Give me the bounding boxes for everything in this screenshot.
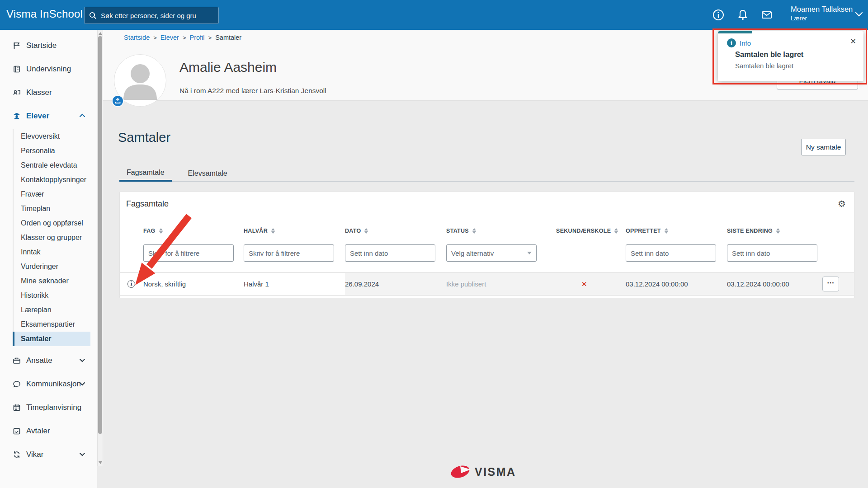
breadcrumb-separator: > <box>183 34 186 41</box>
sidebar-subitem-klasser-og-grupper[interactable]: Klasser og grupper <box>14 230 91 245</box>
chevron-down-icon <box>79 452 85 456</box>
sort-icon[interactable] <box>159 228 163 234</box>
table-settings-gear-icon[interactable]: ⚙ <box>838 199 846 208</box>
sidebar-item-label: Vikar <box>26 450 43 459</box>
tab-elevsamtale[interactable]: Elevsamtale <box>181 165 235 182</box>
sidebar-subitem-fravaer[interactable]: Fravær <box>14 187 91 202</box>
sidebar-item-timeplanvisning[interactable]: Timeplanvisning <box>0 400 97 415</box>
sidebar-item-label: Startside <box>26 41 57 50</box>
global-search-input[interactable]: Søk etter personer, sider og gru <box>84 7 219 24</box>
toast-accent-bar <box>718 31 752 33</box>
toast-type-label: Info <box>740 39 751 47</box>
breadcrumb-separator: > <box>153 34 157 41</box>
sidebar-subitem-sentrale-elevdata[interactable]: Sentrale elevdata <box>14 158 91 173</box>
filter-siste-endring-input[interactable] <box>727 244 817 262</box>
sidebar-subitem-orden-og-oppforsel[interactable]: Orden og oppførsel <box>14 216 91 230</box>
table-row[interactable]: i Norsk, skriftlig Halvår 1 26.09.2024 I… <box>120 272 854 296</box>
sidebar-subitem-historikk[interactable]: Historikk <box>14 288 91 303</box>
sidebar-item-kommunikasjon[interactable]: Kommunikasjon <box>0 376 97 392</box>
sidebar-item-undervisning[interactable]: Undervisning <box>0 61 97 77</box>
student-location-status: Nå i rom A222 med lærer Lars-Kristian Je… <box>179 87 326 95</box>
table-header-row: FAG HALVÅR DATO STATUS SEKUNDÆRSKOLE OPP… <box>120 217 854 244</box>
notifications-bell-icon[interactable] <box>737 9 749 21</box>
sort-icon[interactable] <box>472 228 476 234</box>
sidebar-subitem-elevoversikt[interactable]: Elevoversikt <box>14 129 91 144</box>
cell-status: Ikke publisert <box>446 273 556 295</box>
sidebar-subitem-inntak[interactable]: Inntak <box>14 245 91 259</box>
column-header-halvar[interactable]: HALVÅR <box>244 228 345 234</box>
cell-dato: 26.09.2024 <box>345 273 446 295</box>
scroll-down-arrow[interactable] <box>99 461 102 464</box>
sort-icon[interactable] <box>614 228 618 234</box>
column-header-status[interactable]: STATUS <box>446 228 556 234</box>
breadcrumb-profil[interactable]: Profil <box>190 34 205 41</box>
table-filter-row: Velg alternativ <box>120 244 854 272</box>
row-actions-button[interactable]: ⋯ <box>822 277 839 291</box>
toast-close-icon[interactable]: ✕ <box>850 37 856 46</box>
scrollbar-thumb[interactable] <box>98 36 102 434</box>
sidebar-item-klasser[interactable]: Klasser <box>0 85 97 100</box>
breadcrumb: Startside > Elever > Profil > Samtaler <box>124 30 241 45</box>
sort-icon[interactable] <box>776 228 780 234</box>
sidebar-subitem-personalia[interactable]: Personalia <box>14 144 91 158</box>
refresh-icon <box>13 450 21 459</box>
sidebar-subitem-samtaler[interactable]: Samtaler <box>13 332 90 346</box>
sort-icon[interactable] <box>364 228 368 234</box>
sidebar-item-vikar[interactable]: Vikar <box>0 447 97 462</box>
conversation-tabs: Fagsamtale Elevsamtale <box>119 165 854 182</box>
app-logo[interactable]: Visma InSchool <box>6 8 83 20</box>
student-name: Amalie Aasheim <box>179 60 277 75</box>
breadcrumb-current-samtaler: Samtaler <box>215 34 241 41</box>
filter-fag-input[interactable] <box>143 244 234 262</box>
sidebar-subitem-eksamenspartier[interactable]: Eksamenspartier <box>14 317 91 332</box>
breadcrumb-separator: > <box>208 34 212 41</box>
filter-opprettet-input[interactable] <box>626 244 716 262</box>
upload-photo-icon[interactable] <box>112 95 124 107</box>
calendar-icon <box>13 404 21 412</box>
filter-halvar-input[interactable] <box>244 244 334 262</box>
new-conversation-button[interactable]: Ny samtale <box>801 139 846 155</box>
sidebar-subitem-kontaktopplysninger[interactable]: Kontaktopplysninger <box>14 173 91 187</box>
breadcrumb-startside[interactable]: Startside <box>124 34 150 41</box>
column-header-sekundaerskole[interactable]: SEKUNDÆRSKOLE <box>556 228 626 234</box>
sidebar-item-avtaler[interactable]: Avtaler <box>0 423 97 439</box>
row-info-icon[interactable]: i <box>127 280 135 288</box>
sidebar-subitem-laereplan[interactable]: Læreplan <box>14 303 91 317</box>
sekundaerskole-cross-icon: ✕ <box>581 280 587 288</box>
sidebar-item-elever[interactable]: Elever <box>0 108 97 124</box>
user-menu[interactable]: Moamen Tallaksen Lærer <box>791 5 853 22</box>
column-header-opprettet[interactable]: OPPRETTET <box>626 228 727 234</box>
sidebar-item-label: Elever <box>26 112 49 121</box>
sidebar-item-startside[interactable]: Startside <box>0 38 97 53</box>
fagsamtale-card: Fagsamtale ⚙ FAG HALVÅR DATO STATUS SEKU… <box>119 192 854 298</box>
chevron-up-icon <box>79 113 85 118</box>
sidebar-subitem-timeplan[interactable]: Timeplan <box>14 202 91 216</box>
visma-wordmark: VISMA <box>475 465 516 478</box>
chevron-down-icon <box>79 358 85 362</box>
column-header-fag[interactable]: FAG <box>143 228 244 234</box>
sidebar-item-label: Kommunikasjon <box>26 380 81 389</box>
user-role: Lærer <box>791 15 853 22</box>
sidebar-subitem-mine-soknader[interactable]: Mine søknader <box>14 274 91 288</box>
vertical-scrollbar[interactable] <box>97 30 103 466</box>
scroll-up-arrow[interactable] <box>99 32 102 35</box>
filter-status-select[interactable]: Velg alternativ <box>446 244 537 262</box>
help-info-icon[interactable] <box>712 9 724 21</box>
filter-dato-input[interactable] <box>345 244 435 262</box>
sort-icon[interactable] <box>271 228 275 234</box>
sidebar-item-label: Avtaler <box>26 427 50 436</box>
column-header-siste-endring[interactable]: SISTE ENDRING <box>727 228 821 234</box>
sidebar-item-ansatte[interactable]: Ansatte <box>0 353 97 368</box>
page-title: Samtaler <box>118 130 170 145</box>
messages-envelope-icon[interactable] <box>761 9 773 21</box>
card-title: Fagsamtale <box>126 199 169 209</box>
topbar: Visma InSchool Søk etter personer, sider… <box>0 0 868 30</box>
visma-footer-logo: VISMA <box>449 462 526 483</box>
tab-fagsamtale[interactable]: Fagsamtale <box>119 165 172 182</box>
sort-icon[interactable] <box>665 228 668 234</box>
student-icon <box>13 112 21 120</box>
column-header-dato[interactable]: DATO <box>345 228 446 234</box>
chevron-down-icon[interactable] <box>855 12 863 17</box>
sidebar-subitem-vurderinger[interactable]: Vurderinger <box>14 259 91 274</box>
breadcrumb-elever[interactable]: Elever <box>160 34 179 41</box>
